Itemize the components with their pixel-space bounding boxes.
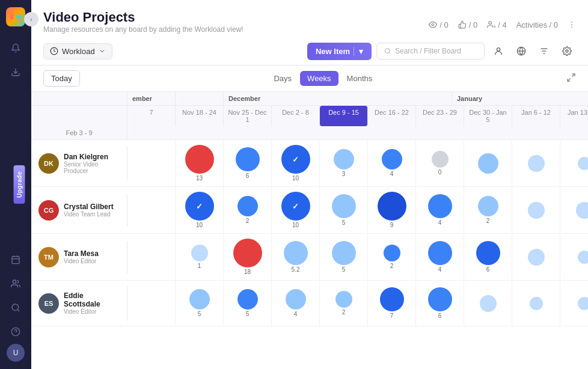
workload-cell[interactable]: 0: [416, 141, 464, 186]
svg-line-20: [389, 52, 390, 53]
workload-cell[interactable]: 9: [368, 187, 416, 233]
tab-weeks[interactable]: Weeks: [300, 71, 338, 86]
workload-cell[interactable]: [512, 234, 560, 279]
workload-cell[interactable]: [560, 188, 588, 233]
workload-cell[interactable]: ✓10: [272, 187, 320, 233]
person-filter-btn[interactable]: [489, 42, 507, 60]
workload-cell[interactable]: 13: [176, 140, 224, 186]
workload-circle: [476, 241, 500, 265]
person-role: Senior Video Producer: [64, 161, 120, 174]
meta-activities[interactable]: Activities / 0: [516, 20, 558, 29]
svg-point-19: [385, 49, 390, 53]
workload-cell[interactable]: 4: [416, 188, 464, 233]
workload-circle: [332, 194, 356, 218]
week-header-person: [31, 106, 127, 126]
search-placeholder: Search / Filter Board: [395, 47, 461, 55]
workload-circle: [332, 241, 356, 265]
workload-cell[interactable]: 4: [416, 234, 464, 279]
workload-value: 2: [342, 309, 346, 316]
meta-thumb[interactable]: / 0: [458, 20, 477, 29]
workload-cell[interactable]: 4: [272, 281, 320, 326]
workload-cell[interactable]: [464, 281, 512, 326]
today-button[interactable]: Today: [43, 70, 80, 87]
week-header-cell: Dec 30 - Jan 5: [464, 106, 512, 126]
meta-more[interactable]: [568, 20, 576, 29]
settings-circle-btn[interactable]: [512, 42, 530, 60]
workload-value: 6: [246, 172, 250, 179]
month-label-empty: [31, 92, 127, 105]
week-header-cell: Dec 23 - 29: [416, 106, 464, 126]
workload-cell-empty: [127, 187, 176, 233]
new-item-button[interactable]: New Item ▾: [307, 43, 372, 60]
workload-cell[interactable]: 5.2: [272, 234, 320, 279]
person-avatar: DK: [38, 153, 59, 174]
sidebar-item-calendar[interactable]: [6, 250, 25, 269]
expand-icon[interactable]: [566, 73, 576, 85]
meta-eye[interactable]: / 0: [429, 20, 448, 29]
sidebar-item-people[interactable]: [6, 274, 25, 293]
workload-cell[interactable]: 1: [176, 234, 224, 279]
workload-cell[interactable]: 2: [368, 234, 416, 279]
app-logo[interactable]: [6, 7, 25, 26]
user-avatar[interactable]: U: [7, 344, 25, 362]
workload-cell[interactable]: 6: [464, 234, 512, 279]
workload-cell[interactable]: 4: [368, 141, 416, 186]
tab-months[interactable]: Months: [340, 71, 380, 86]
meta-people[interactable]: / 4: [487, 20, 506, 29]
tab-days[interactable]: Days: [266, 71, 299, 86]
workload-cell[interactable]: [560, 141, 588, 186]
calendar-scroll[interactable]: ember December January 7Nov 18 - 24Nov 2…: [31, 92, 588, 369]
workload-cell[interactable]: 2: [320, 281, 368, 326]
filter-btn[interactable]: [535, 42, 553, 60]
sidebar-item-search[interactable]: [6, 298, 25, 317]
workload-circle: ✓: [185, 192, 214, 221]
upgrade-banner[interactable]: Upgrade: [14, 165, 25, 204]
week-header-row: 7Nov 18 - 24Nov 25 - Dec 1Dec 2 - 8Dec 9…: [31, 106, 588, 140]
workload-cell[interactable]: 5: [320, 188, 368, 233]
workload-circle: [237, 289, 258, 310]
workload-cell[interactable]: [512, 141, 560, 186]
workload-cell[interactable]: 5: [320, 234, 368, 279]
workload-circle: [432, 151, 449, 168]
workload-cell[interactable]: ✓10: [272, 140, 320, 186]
workload-cell[interactable]: [512, 281, 560, 326]
workload-cell[interactable]: 18: [224, 234, 272, 280]
workload-cell[interactable]: 2: [224, 188, 272, 233]
svg-point-21: [497, 48, 500, 51]
workload-cell[interactable]: [560, 234, 588, 279]
workload-cell[interactable]: [512, 188, 560, 233]
workload-value: 9: [390, 222, 394, 228]
workload-cell[interactable]: 6: [224, 141, 272, 186]
person-role: Video Editor: [64, 308, 120, 315]
new-item-label: New Item: [316, 47, 350, 56]
workload-cell[interactable]: 5: [224, 281, 272, 326]
workload-cell[interactable]: ✓10: [176, 187, 224, 233]
workload-cell[interactable]: 2: [464, 188, 512, 233]
workload-value: 2: [246, 218, 250, 224]
workload-cell[interactable]: 7: [368, 281, 416, 326]
workload-cell[interactable]: 3: [320, 141, 368, 186]
month-label-december: December: [224, 92, 452, 105]
workload-value: 10: [196, 222, 203, 228]
sidebar-item-bell[interactable]: [6, 38, 25, 58]
search-filter-input[interactable]: Search / Filter Board: [376, 43, 485, 59]
sidebar-collapse-btn[interactable]: ›: [24, 12, 38, 26]
svg-line-29: [568, 78, 571, 81]
workload-cell[interactable]: 6: [416, 281, 464, 326]
new-item-dropdown-arrow[interactable]: ▾: [354, 47, 363, 56]
workload-cell[interactable]: [464, 141, 512, 186]
workload-cell[interactable]: [560, 281, 588, 326]
sidebar-item-help[interactable]: [6, 322, 25, 341]
person-cell[interactable]: TMTara MesaVideo Editor: [31, 241, 127, 273]
person-avatar: TM: [38, 247, 59, 267]
person-cell[interactable]: ESEddie ScottsdaleVideo Editor: [31, 285, 127, 321]
person-cell[interactable]: CGCrystal GilbertVideo Team Lead: [31, 194, 127, 227]
workload-view-selector[interactable]: Workload: [43, 43, 112, 59]
sidebar-item-download[interactable]: [6, 63, 25, 82]
workload-cell[interactable]: 5: [176, 281, 224, 326]
workload-value: 1: [198, 263, 201, 269]
settings-btn[interactable]: [558, 42, 576, 60]
person-cell[interactable]: DKDan KielgrenSenior Video Producer: [31, 147, 127, 180]
workload-circle: [284, 241, 308, 265]
week-header-cell: Jan 6 - 12: [512, 106, 560, 126]
